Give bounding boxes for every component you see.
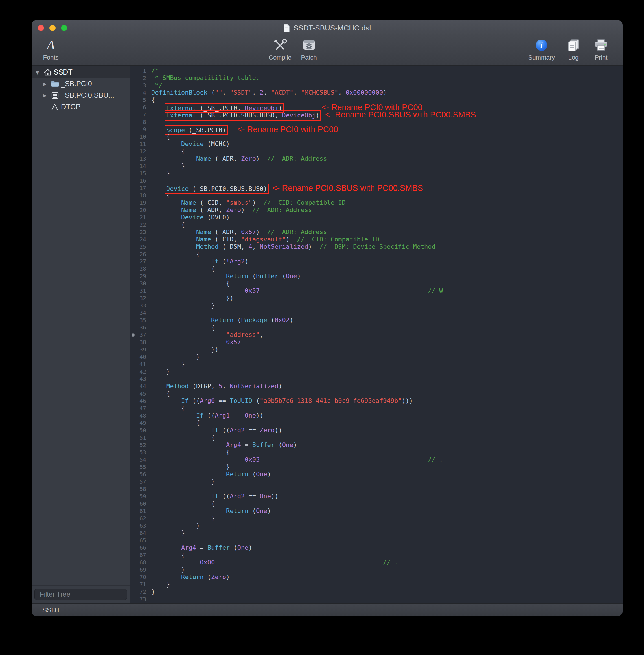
line-number: 42 xyxy=(130,368,146,375)
code-line[interactable]: 34 xyxy=(130,309,623,316)
code-line[interactable]: 48 If ((Arg1 == One)) xyxy=(130,412,623,419)
code-line[interactable]: 36 { xyxy=(130,324,623,331)
disclosure-collapsed-icon[interactable]: ▶ xyxy=(43,81,51,87)
code-line[interactable]: 70 Return (Zero) xyxy=(130,573,623,581)
code-line[interactable]: 37 "address", xyxy=(130,331,623,339)
code-line[interactable]: 33 } xyxy=(130,302,623,309)
filter-field[interactable] xyxy=(34,589,127,600)
code-line[interactable]: 3 */ xyxy=(130,82,623,89)
close-button[interactable] xyxy=(38,25,44,31)
code-line[interactable]: 59 If ((Arg2 == One)) xyxy=(130,493,623,500)
code-line[interactable]: 43 xyxy=(130,375,623,383)
code-line[interactable]: 69 } xyxy=(130,566,623,573)
code-line[interactable]: 47 { xyxy=(130,405,623,412)
code-line[interactable]: 64 } xyxy=(130,529,623,537)
zoom-button[interactable] xyxy=(61,25,67,31)
code-line[interactable]: 54 0x03 // . xyxy=(130,456,623,463)
code-line[interactable]: 45 { xyxy=(130,390,623,397)
code-line[interactable]: 24 Name (_CID, "diagsvault") // _CID: Co… xyxy=(130,236,623,243)
sidebar-item-sb-pci0[interactable]: ▶ _SB.PCI0 xyxy=(31,78,130,90)
sidebar-item-sb-pci0-sbus[interactable]: ▶ _SB.PCI0.SBU... xyxy=(31,90,130,101)
code-line[interactable]: 49 { xyxy=(130,419,623,427)
code-line[interactable]: 40 } xyxy=(130,353,623,361)
code-line[interactable]: 41 } xyxy=(130,361,623,368)
code-line[interactable]: 57 } xyxy=(130,478,623,485)
statusbar: SSDT xyxy=(31,603,623,616)
code-line[interactable]: 55 } xyxy=(130,463,623,471)
code-line[interactable]: 14 } xyxy=(130,162,623,170)
code-line[interactable]: 23 Name (_ADR, 0x57) // _ADR: Address xyxy=(130,228,623,236)
summary-button[interactable]: i Summary xyxy=(528,38,555,61)
window-title-group: SSDT-SBUS-MCHC.dsl xyxy=(283,24,371,32)
line-number: 26 xyxy=(130,250,146,258)
code-line[interactable]: 10 { xyxy=(130,133,623,140)
disclosure-collapsed-icon[interactable]: ▶ xyxy=(43,93,51,98)
code-line[interactable]: 72} xyxy=(130,588,623,595)
code-line[interactable]: 2 * SMBus compatibility table. xyxy=(130,74,623,82)
code-line[interactable]: 58 xyxy=(130,485,623,493)
code-line[interactable]: 17 Device (_SB.PCI0.SBUS.BUS0)<- Rename … xyxy=(130,184,623,192)
code-line[interactable]: 11 Device (MCHC) xyxy=(130,140,623,148)
disclosure-expanded-icon[interactable]: ▼ xyxy=(36,69,43,75)
titlebar[interactable]: SSDT-SBUS-MCHC.dsl xyxy=(31,20,623,36)
code-line[interactable]: 65 xyxy=(130,537,623,544)
code-line[interactable]: 38 0x57 xyxy=(130,339,623,346)
code-line[interactable]: 13 Name (_ADR, Zero) // _ADR: Address xyxy=(130,155,623,162)
code-line[interactable]: 66 Arg4 = Buffer (One) xyxy=(130,544,623,551)
code-line[interactable]: 30 { xyxy=(130,280,623,287)
code-line[interactable]: 27 If (!Arg2) xyxy=(130,258,623,265)
line-number: 21 xyxy=(130,214,146,221)
filter-area xyxy=(31,585,130,603)
code-line[interactable]: 62 } xyxy=(130,515,623,522)
code-line[interactable]: 22 { xyxy=(130,221,623,228)
code-line[interactable]: 28 { xyxy=(130,265,623,272)
code-line[interactable]: 12 { xyxy=(130,148,623,155)
code-line[interactable]: 73 xyxy=(130,595,623,603)
code-line[interactable]: 32 }) xyxy=(130,294,623,302)
line-number: 8 xyxy=(130,118,146,126)
patch-button[interactable]: Patch xyxy=(300,38,318,61)
filter-input[interactable] xyxy=(40,590,127,598)
sidebar-item-dtgp[interactable]: DTGP xyxy=(31,101,130,113)
code-line[interactable]: 18 { xyxy=(130,192,623,199)
compile-button[interactable]: Compile xyxy=(269,38,292,61)
code-line[interactable]: 1/* xyxy=(130,67,623,74)
code-line[interactable]: 9 Scope (_SB.PCI0)<- Rename PCI0 with PC… xyxy=(130,126,623,133)
code-line[interactable]: 67 { xyxy=(130,551,623,559)
code-line[interactable]: 44 Method (DTGP, 5, NotSerialized) xyxy=(130,383,623,390)
code-line[interactable]: 56 Return (One) xyxy=(130,471,623,478)
code-line[interactable]: 50 If ((Arg2 == Zero)) xyxy=(130,427,623,434)
code-line[interactable]: 25 Method (_DSM, 4, NotSerialized) // _D… xyxy=(130,243,623,250)
code-line[interactable]: 60 { xyxy=(130,500,623,507)
minimize-button[interactable] xyxy=(49,25,55,31)
code-line[interactable]: 4DefinitionBlock ("", "SSDT", 2, "ACDT",… xyxy=(130,89,623,96)
code-line[interactable]: 68 0x00 // . xyxy=(130,559,623,566)
code-line[interactable]: 31 0x57 // W xyxy=(130,287,623,294)
annotation-box: Scope (_SB.PCI0) xyxy=(166,127,226,134)
folder-icon xyxy=(51,80,61,88)
print-button[interactable]: Print xyxy=(592,38,610,61)
content-area: ▼ SSDT ▶ xyxy=(31,66,623,603)
fonts-button[interactable]: A Fonts xyxy=(42,38,60,61)
code-line[interactable]: 71 } xyxy=(130,581,623,588)
sidebar-item-ssdt[interactable]: ▼ SSDT xyxy=(31,66,130,78)
code-line[interactable]: 20 Name (_ADR, Zero) // _ADR: Address xyxy=(130,206,623,214)
code-line[interactable]: 61 Return (One) xyxy=(130,507,623,515)
code-line[interactable]: 46 If ((Arg0 == ToUUID ("a0b5b7c6-1318-4… xyxy=(130,397,623,405)
log-button[interactable]: Log xyxy=(565,38,582,61)
code-line[interactable]: 39 }) xyxy=(130,346,623,353)
code-line[interactable]: 15 } xyxy=(130,170,623,177)
code-line[interactable]: 42 } xyxy=(130,368,623,375)
code-line[interactable]: 29 Return (Buffer (One) xyxy=(130,272,623,280)
code-line[interactable]: 8 xyxy=(130,118,623,126)
code-line[interactable]: 63 } xyxy=(130,522,623,529)
code-line[interactable]: 26 { xyxy=(130,250,623,258)
code-line[interactable]: 51 { xyxy=(130,434,623,441)
code-line[interactable]: 7 External (_SB_.PCI0.SBUS.BUS0, DeviceO… xyxy=(130,111,623,118)
code-line[interactable]: 19 Name (_CID, "smbus") // _CID: Compati… xyxy=(130,199,623,206)
code-line[interactable]: 21 Device (DVL0) xyxy=(130,214,623,221)
code-line[interactable]: 35 Return (Package (0x02) xyxy=(130,316,623,324)
code-line[interactable]: 53 { xyxy=(130,449,623,456)
code-line[interactable]: 52 Arg4 = Buffer (One) xyxy=(130,441,623,449)
code-editor[interactable]: 1/*2 * SMBus compatibility table.3 */4De… xyxy=(130,66,623,603)
